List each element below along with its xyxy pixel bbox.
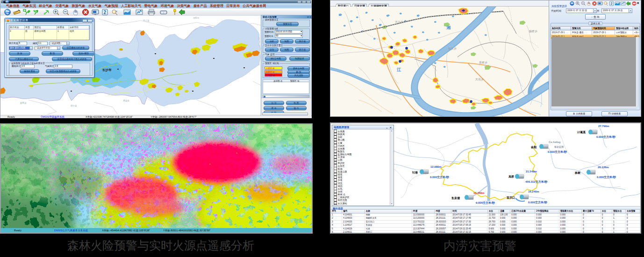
svg-text:鱼泉塘: 鱼泉塘 <box>451 196 460 200</box>
svg-text:0.000立方米/秒: 0.000立方米/秒 <box>597 175 616 179</box>
svg-text:官庄口: 官庄口 <box>507 196 515 200</box>
svg-text:16.240m: 16.240m <box>528 190 539 193</box>
svg-text:通道侗: 通道侗 <box>123 99 129 102</box>
svg-text:湘: 湘 <box>446 25 451 30</box>
svg-text:计葛溪: 计葛溪 <box>577 130 586 134</box>
svg-text:大瑶乡: 大瑶乡 <box>475 78 484 81</box>
svg-text:27.790m: 27.790m <box>598 125 609 128</box>
svg-text:21.549m: 21.549m <box>526 170 537 173</box>
svg-text:26.126m: 26.126m <box>598 166 609 169</box>
svg-text:新晃侗: 新晃侗 <box>20 102 27 105</box>
svg-text:2: 2 <box>104 10 107 15</box>
svg-text:平江县: 平江县 <box>143 20 150 22</box>
svg-text:c: c <box>607 2 608 4</box>
svg-text:0.000立方米/秒: 0.000立方米/秒 <box>430 175 450 179</box>
svg-text:普桥乡: 普桥乡 <box>479 61 487 64</box>
svg-text:12.980m: 12.980m <box>430 165 442 168</box>
svg-text:0.000立方米/秒: 0.000立方米/秒 <box>596 135 616 139</box>
svg-text:株树: 株树 <box>574 171 580 175</box>
svg-text:浏阳市: 浏阳市 <box>193 17 200 19</box>
svg-text:金刚: 金刚 <box>530 145 537 149</box>
svg-text:c: c <box>116 10 117 13</box>
svg-text:Ce.hafag: Ce.hafag <box>549 141 561 143</box>
svg-text:社港: 社港 <box>412 171 418 174</box>
svg-text:大沙乡: 大沙乡 <box>395 20 403 23</box>
svg-text:2: 2 <box>611 2 613 5</box>
svg-text:13.460m: 13.460m <box>473 192 485 194</box>
svg-text:修改监测: 修改监测 <box>554 145 564 149</box>
svg-text:0.006立方米/秒: 0.006立方米/秒 <box>476 201 495 205</box>
svg-text:0.000立方米/秒: 0.000立方米/秒 <box>528 200 548 204</box>
svg-text:高桥: 高桥 <box>508 175 515 178</box>
svg-text:绥宁县: 绥宁县 <box>71 105 77 107</box>
svg-text:镇头乡: 镇头乡 <box>448 47 457 50</box>
svg-text:江: 江 <box>396 67 401 72</box>
svg-text:杨桥乡: 杨桥乡 <box>529 30 537 33</box>
svg-text:456.312立方米/秒: 456.312立方米/秒 <box>525 180 548 184</box>
svg-text:0.000立方米/秒: 0.000立方米/秒 <box>548 150 567 154</box>
svg-text:长沙市: 长沙市 <box>102 68 112 72</box>
